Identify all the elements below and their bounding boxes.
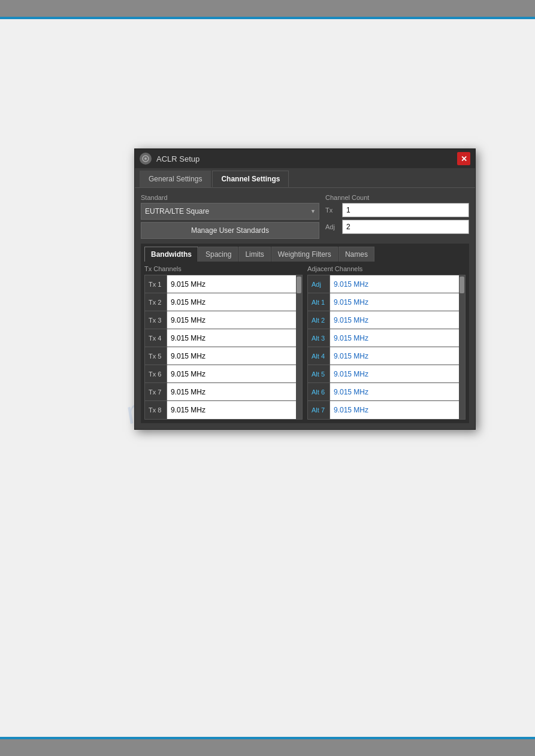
adj-channel-row-4: Alt 3: [308, 329, 459, 347]
tx-row-label-2: Tx 2: [145, 299, 167, 306]
tx-channel-row-4: Tx 4: [145, 329, 296, 347]
tx-channel-row-1: Tx 1: [145, 275, 296, 293]
tx-channel-row-2: Tx 2: [145, 293, 296, 311]
adj-row-label-4: Alt 3: [308, 335, 330, 342]
tx-scroll-thumb: [297, 277, 301, 293]
tx-row-label-6: Tx 6: [145, 371, 167, 378]
adj-row-input-2[interactable]: [330, 293, 459, 311]
settings-right: Channel Count Tx Adj: [325, 194, 469, 239]
adj-channel-rows: Adj Alt 1 Alt 2 Alt 3 Alt 4 Alt 5 Alt 6 …: [308, 275, 459, 419]
dialog-title: ACLR Setup: [156, 154, 200, 163]
tx-channel-row-7: Tx 7: [145, 383, 296, 401]
tx-row-input-4[interactable]: [167, 329, 296, 347]
adj-channel-row-5: Alt 4: [308, 347, 459, 365]
adj-scroll[interactable]: [459, 275, 465, 419]
adj-row-label-6: Alt 5: [308, 371, 330, 378]
tx-row-input-5[interactable]: [167, 347, 296, 365]
adj-count-input[interactable]: [342, 220, 469, 234]
main-tab-bar: General Settings Channel Settings: [135, 168, 475, 188]
adj-channels-col: Adjacent Channels Adj Alt 1 Alt 2 Alt 3 …: [307, 265, 466, 420]
settings-icon: [141, 154, 150, 163]
adj-row-label-5: Alt 4: [308, 353, 330, 360]
adj-row-label-8: Alt 7: [308, 406, 330, 414]
sub-tab-limits[interactable]: Limits: [238, 247, 270, 262]
standard-label: Standard: [141, 194, 319, 201]
top-bar: [0, 0, 535, 17]
standard-select-wrapper: EUTRA/LTE Square: [141, 203, 319, 220]
adj-label: Adj: [325, 223, 338, 230]
adj-row-input-7[interactable]: [330, 383, 459, 400]
tx-channel-row-6: Tx 6: [145, 365, 296, 383]
bottom-bar-accent: [0, 737, 535, 739]
channels-area: Tx Channels Tx 1 Tx 2 Tx 3 Tx 4 Tx 5 Tx …: [141, 262, 469, 423]
tx-channel-row-8: Tx 8: [145, 401, 296, 419]
standard-select[interactable]: EUTRA/LTE Square: [141, 203, 319, 220]
top-bar-accent: [0, 17, 535, 19]
tx-row-input-8[interactable]: [167, 401, 296, 419]
title-bar-left: ACLR Setup: [140, 153, 200, 165]
tx-channel-list: Tx 1 Tx 2 Tx 3 Tx 4 Tx 5 Tx 6 Tx 7 Tx 8: [144, 275, 303, 420]
tx-channel-row-5: Tx 5: [145, 347, 296, 365]
bottom-bar: [0, 739, 535, 756]
settings-left: Standard EUTRA/LTE Square Manage User St…: [141, 194, 319, 239]
adj-channel-row-3: Alt 2: [308, 311, 459, 329]
tx-label: Tx: [325, 207, 338, 214]
channel-count-grid: Tx Adj: [325, 203, 469, 234]
manage-user-standards-button[interactable]: Manage User Standards: [141, 222, 319, 239]
adj-channel-row-8: Alt 7: [308, 401, 459, 419]
adj-channel-row-7: Alt 6: [308, 383, 459, 401]
tx-row-label-7: Tx 7: [145, 388, 167, 396]
svg-point-1: [144, 157, 147, 160]
tx-row-label-5: Tx 5: [145, 353, 167, 360]
aclr-setup-dialog: ACLR Setup ✕ General Settings Channel Se…: [134, 148, 476, 430]
adj-row-label-2: Alt 1: [308, 299, 330, 306]
tab-general-settings[interactable]: General Settings: [140, 171, 211, 187]
adj-channel-list: Adj Alt 1 Alt 2 Alt 3 Alt 4 Alt 5 Alt 6 …: [307, 275, 466, 420]
tx-row-label-8: Tx 8: [145, 406, 167, 414]
sub-tab-weighting-filters[interactable]: Weighting Filters: [271, 247, 338, 262]
adj-row-label-7: Alt 6: [308, 388, 330, 396]
tx-channel-row-3: Tx 3: [145, 311, 296, 329]
tx-row-label-1: Tx 1: [145, 281, 167, 288]
sub-tab-names[interactable]: Names: [338, 247, 374, 262]
tx-channels-label: Tx Channels: [144, 265, 303, 272]
adj-row-input-1[interactable]: [330, 275, 459, 293]
tx-row-input-6[interactable]: [167, 365, 296, 382]
dialog-content: Standard EUTRA/LTE Square Manage User St…: [135, 188, 475, 429]
adj-row-input-4[interactable]: [330, 329, 459, 347]
tx-row-input-7[interactable]: [167, 383, 296, 400]
adj-scroll-thumb: [460, 277, 464, 293]
adj-row-label-3: Alt 2: [308, 317, 330, 324]
close-button[interactable]: ✕: [457, 152, 470, 165]
adj-row-input-3[interactable]: [330, 311, 459, 329]
settings-row: Standard EUTRA/LTE Square Manage User St…: [141, 194, 469, 239]
sub-tab-spacing[interactable]: Spacing: [199, 247, 238, 262]
tx-row-label-3: Tx 3: [145, 317, 167, 324]
tx-channel-rows: Tx 1 Tx 2 Tx 3 Tx 4 Tx 5 Tx 6 Tx 7 Tx 8: [145, 275, 296, 419]
adj-row-input-6[interactable]: [330, 365, 459, 382]
title-bar: ACLR Setup ✕: [135, 149, 475, 168]
adj-channel-row-2: Alt 1: [308, 293, 459, 311]
adj-channel-row-6: Alt 5: [308, 365, 459, 383]
tab-channel-settings[interactable]: Channel Settings: [212, 171, 289, 187]
sub-tab-bar: Bandwidths Spacing Limits Weighting Filt…: [141, 244, 469, 262]
tx-row-label-4: Tx 4: [145, 335, 167, 342]
tx-count-row: Tx: [325, 203, 469, 217]
tx-count-input[interactable]: [342, 203, 469, 217]
adj-channel-row-1: Adj: [308, 275, 459, 293]
adj-row-input-5[interactable]: [330, 347, 459, 365]
sub-tab-bandwidths[interactable]: Bandwidths: [144, 247, 198, 262]
tx-scroll[interactable]: [296, 275, 302, 419]
adj-row-label-1: Adj: [308, 281, 330, 288]
tx-row-input-2[interactable]: [167, 293, 296, 311]
channel-count-label: Channel Count: [325, 194, 469, 201]
adj-row-input-8[interactable]: [330, 401, 459, 419]
adj-count-row: Adj: [325, 220, 469, 234]
tx-channels-col: Tx Channels Tx 1 Tx 2 Tx 3 Tx 4 Tx 5 Tx …: [144, 265, 303, 420]
tx-row-input-3[interactable]: [167, 311, 296, 329]
dialog-icon: [140, 153, 152, 165]
adj-channels-label: Adjacent Channels: [307, 265, 466, 272]
tx-row-input-1[interactable]: [167, 275, 296, 293]
